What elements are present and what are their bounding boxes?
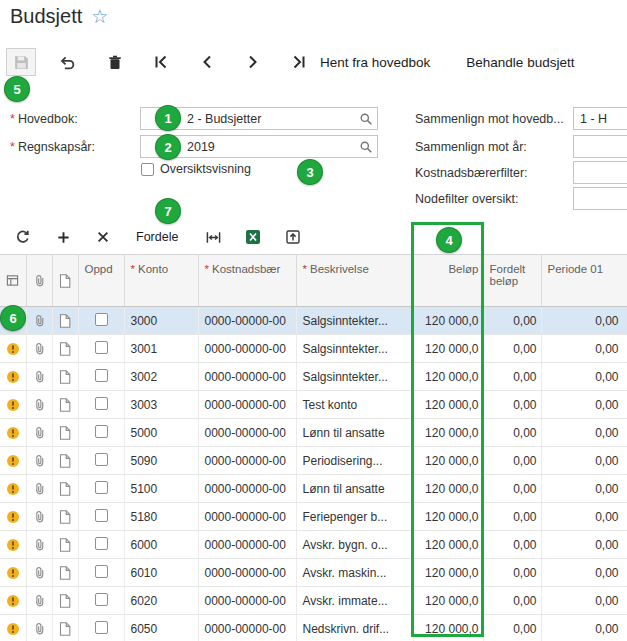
kostnadsbaerer-cell[interactable]: 0000-00000-00 [198, 531, 296, 559]
row-attachment-cell[interactable] [26, 391, 52, 419]
table-row[interactable]: 5100 0000-00000-00 Lønn til ansatte 120 … [0, 475, 627, 503]
refresh-button[interactable] [8, 224, 38, 250]
lookup-icon[interactable] [355, 140, 377, 154]
kostnadsbaerer-cell[interactable]: 0000-00000-00 [198, 615, 296, 641]
header-attachments[interactable] [26, 255, 52, 307]
fordele-button[interactable]: Fordele [126, 226, 188, 248]
oppd-checkbox[interactable] [95, 593, 108, 606]
table-row[interactable]: 5000 0000-00000-00 Lønn til ansatte 120 … [0, 419, 627, 447]
konto-cell[interactable]: 5180 [124, 503, 198, 531]
header-belop[interactable]: Beløp [413, 255, 483, 307]
load-records-button[interactable] [278, 224, 308, 250]
row-note-cell[interactable] [52, 531, 78, 559]
belop-cell[interactable]: 120 000,0 [413, 587, 483, 615]
beskrivelse-cell[interactable]: Lønn til ansatte [296, 475, 413, 503]
kostnadsbaerer-cell[interactable]: 0000-00000-00 [198, 363, 296, 391]
delete-button[interactable] [102, 48, 128, 76]
table-row[interactable]: 5090 0000-00000-00 Periodisering... 120 … [0, 447, 627, 475]
table-row[interactable]: 3000 0000-00000-00 Salgsinntekter... 120… [0, 307, 627, 335]
belop-cell[interactable]: 120 000,0 [413, 307, 483, 335]
header-oppd[interactable]: Oppd [78, 255, 124, 307]
row-note-cell[interactable] [52, 335, 78, 363]
row-attachment-cell[interactable] [26, 559, 52, 587]
belop-cell[interactable]: 120 000,0 [413, 531, 483, 559]
fordelt-belop-cell[interactable]: 0,00 [483, 475, 541, 503]
row-attachment-cell[interactable] [26, 447, 52, 475]
belop-cell[interactable]: 120 000,0 [413, 363, 483, 391]
periode-01-cell[interactable]: 0,00 [541, 307, 627, 335]
table-row[interactable]: 6010 0000-00000-00 Avskr. maskin... 120 … [0, 559, 627, 587]
fordelt-belop-cell[interactable]: 0,00 [483, 447, 541, 475]
periode-01-cell[interactable]: 0,00 [541, 475, 627, 503]
nodefilter-field[interactable] [573, 187, 627, 210]
prev-record-button[interactable] [194, 48, 220, 76]
oppd-checkbox[interactable] [95, 537, 108, 550]
oppd-checkbox[interactable] [95, 397, 108, 410]
row-note-cell[interactable] [52, 503, 78, 531]
favorite-star-icon[interactable]: ☆ [91, 7, 108, 26]
oppd-checkbox[interactable] [95, 481, 108, 494]
kostnadsbarerfilter-field[interactable] [573, 161, 627, 184]
sammenlign-hovedbok-field[interactable]: 1 - H [573, 107, 627, 130]
kostnadsbaerer-cell[interactable]: 0000-00000-00 [198, 419, 296, 447]
beskrivelse-cell[interactable]: Avskr. bygn. o... [296, 531, 413, 559]
oppd-checkbox[interactable] [95, 621, 108, 634]
belop-cell[interactable]: 120 000,0 [413, 475, 483, 503]
belop-cell[interactable]: 120 000,0 [413, 503, 483, 531]
konto-cell[interactable]: 5000 [124, 419, 198, 447]
row-note-cell[interactable] [52, 587, 78, 615]
fordelt-belop-cell[interactable]: 0,00 [483, 531, 541, 559]
row-attachment-cell[interactable] [26, 615, 52, 641]
table-row[interactable]: 6020 0000-00000-00 Avskr. immate... 120 … [0, 587, 627, 615]
fordelt-belop-cell[interactable]: 0,00 [483, 335, 541, 363]
row-attachment-cell[interactable] [26, 531, 52, 559]
fordelt-belop-cell[interactable]: 0,00 [483, 391, 541, 419]
konto-cell[interactable]: 6050 [124, 615, 198, 641]
table-row[interactable]: 3001 0000-00000-00 Salgsinntekter... 120… [0, 335, 627, 363]
beskrivelse-cell[interactable]: Avskr. immate... [296, 587, 413, 615]
belop-cell[interactable]: 120 000,0 [413, 447, 483, 475]
beskrivelse-cell[interactable]: Salgsinntekter... [296, 307, 413, 335]
periode-01-cell[interactable]: 0,00 [541, 559, 627, 587]
beskrivelse-cell[interactable]: Salgsinntekter... [296, 335, 413, 363]
periode-01-cell[interactable]: 0,00 [541, 503, 627, 531]
konto-cell[interactable]: 3003 [124, 391, 198, 419]
konto-cell[interactable]: 5100 [124, 475, 198, 503]
beskrivelse-cell[interactable]: Salgsinntekter... [296, 363, 413, 391]
header-konto[interactable]: *Konto [124, 255, 198, 307]
table-row[interactable]: 5180 0000-00000-00 Feriepenger b... 120 … [0, 503, 627, 531]
beskrivelse-cell[interactable]: Feriepenger b... [296, 503, 413, 531]
behandle-budsjett-button[interactable]: Behandle budsjett [458, 51, 582, 74]
row-attachment-cell[interactable] [26, 307, 52, 335]
row-attachment-cell[interactable] [26, 335, 52, 363]
row-note-cell[interactable] [52, 419, 78, 447]
oppd-checkbox[interactable] [95, 565, 108, 578]
kostnadsbaerer-cell[interactable]: 0000-00000-00 [198, 307, 296, 335]
oversiktsvisning-checkbox[interactable] [141, 163, 154, 176]
export-excel-button[interactable] [238, 224, 268, 250]
header-periode-01[interactable]: Periode 01 [541, 255, 627, 307]
header-fordelt-belop[interactable]: Fordelt beløp [483, 255, 541, 307]
fit-width-button[interactable] [198, 224, 228, 250]
beskrivelse-cell[interactable]: Avskr. maskin... [296, 559, 413, 587]
beskrivelse-cell[interactable]: Nedskrivn. drif... [296, 615, 413, 641]
kostnadsbaerer-cell[interactable]: 0000-00000-00 [198, 447, 296, 475]
header-beskrivelse[interactable]: *Beskrivelse [296, 255, 413, 307]
periode-01-cell[interactable]: 0,00 [541, 363, 627, 391]
row-note-cell[interactable] [52, 391, 78, 419]
belop-cell[interactable]: 120 000,0 [413, 391, 483, 419]
konto-cell[interactable]: 5090 [124, 447, 198, 475]
fordelt-belop-cell[interactable]: 0,00 [483, 587, 541, 615]
beskrivelse-cell[interactable]: Lønn til ansatte [296, 419, 413, 447]
fordelt-belop-cell[interactable]: 0,00 [483, 503, 541, 531]
row-note-cell[interactable] [52, 363, 78, 391]
fordelt-belop-cell[interactable]: 0,00 [483, 615, 541, 641]
periode-01-cell[interactable]: 0,00 [541, 615, 627, 641]
periode-01-cell[interactable]: 0,00 [541, 419, 627, 447]
add-row-button[interactable] [48, 224, 78, 250]
oppd-checkbox[interactable] [95, 341, 108, 354]
belop-cell[interactable]: 120 000,0 [413, 335, 483, 363]
delete-row-button[interactable] [88, 224, 118, 250]
kostnadsbaerer-cell[interactable]: 0000-00000-00 [198, 559, 296, 587]
kostnadsbaerer-cell[interactable]: 0000-00000-00 [198, 391, 296, 419]
